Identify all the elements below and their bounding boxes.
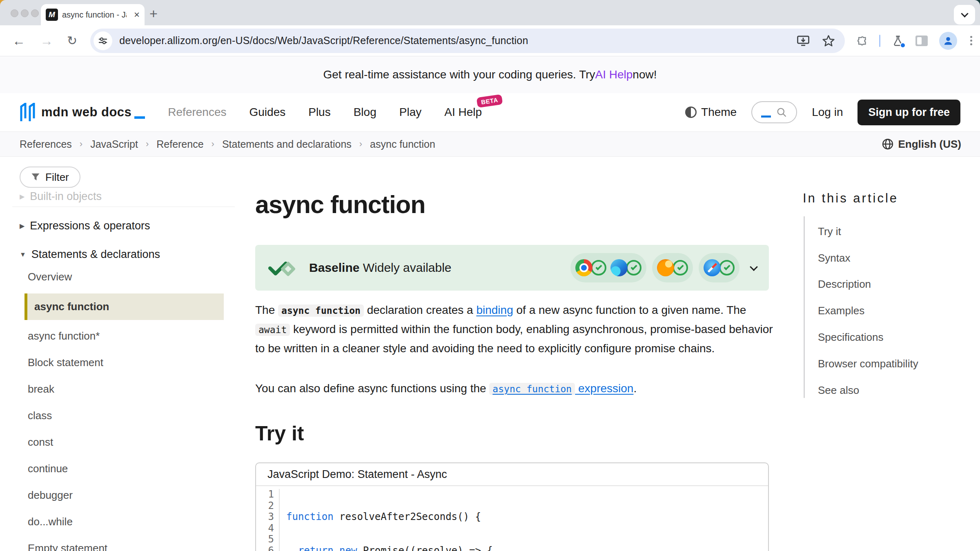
extensions-icon[interactable] bbox=[855, 35, 868, 47]
toc-see-also[interactable]: See also bbox=[818, 384, 859, 397]
sidebar-item-debugger[interactable]: debugger bbox=[28, 489, 73, 502]
login-link[interactable]: Log in bbox=[812, 106, 843, 119]
theme-icon bbox=[685, 107, 697, 118]
crumb-javascript[interactable]: JavaScript bbox=[90, 138, 138, 150]
chromium-support-pill[interactable] bbox=[570, 253, 646, 282]
sidebar-item-class[interactable]: class bbox=[28, 409, 52, 422]
baseline-icon bbox=[267, 257, 299, 278]
site-header: mdn web docs References Guides Plus Blog… bbox=[0, 93, 980, 131]
beta-badge: BETA bbox=[477, 94, 503, 108]
baseline-banner: Baseline Widely available bbox=[255, 245, 769, 291]
chrome-icon bbox=[575, 259, 592, 276]
window-zoom-button[interactable] bbox=[31, 9, 39, 17]
mdn-logo[interactable]: mdn web docs bbox=[20, 103, 145, 122]
code-editor-area[interactable]: function resolveAfter2Seconds() { return… bbox=[280, 489, 493, 551]
window-minimize-button[interactable] bbox=[21, 9, 29, 17]
ai-help-link[interactable]: AI Help bbox=[595, 68, 633, 81]
check-icon bbox=[673, 260, 688, 276]
baseline-status: Baseline Widely available bbox=[309, 261, 452, 275]
sidebar-section-statements[interactable]: ▼ Statements & declarations bbox=[20, 248, 160, 261]
nav-plus[interactable]: Plus bbox=[308, 106, 330, 119]
bookmark-star-icon[interactable] bbox=[822, 34, 835, 47]
tryit-heading: Try it bbox=[255, 422, 304, 445]
sidebar-item-block-statement[interactable]: Block statement bbox=[28, 356, 103, 369]
back-button[interactable]: ← bbox=[12, 34, 25, 47]
sidebar-item-overview[interactable]: Overview bbox=[28, 271, 72, 283]
promo-text-after: now! bbox=[633, 68, 657, 81]
profile-avatar[interactable] bbox=[939, 32, 957, 50]
language-switcher[interactable]: English (US) bbox=[882, 138, 961, 151]
text: You can also define async functions usin… bbox=[255, 382, 489, 395]
tab-search-button[interactable] bbox=[954, 5, 975, 24]
globe-icon bbox=[882, 138, 894, 150]
firefox-support-pill[interactable] bbox=[652, 253, 693, 282]
toc-try-it[interactable]: Try it bbox=[818, 225, 841, 238]
sidebar-item-async-function-star[interactable]: async function* bbox=[28, 330, 100, 342]
toc-browser-compatibility[interactable]: Browser compatibility bbox=[818, 358, 918, 370]
toc-examples[interactable]: Examples bbox=[818, 304, 864, 317]
browser-menu-button[interactable] bbox=[970, 36, 972, 45]
edge-icon bbox=[610, 259, 628, 276]
sidebar-item-continue[interactable]: continue bbox=[28, 462, 68, 475]
sidebar-item-async-function-active[interactable]: async function bbox=[24, 293, 224, 320]
filter-label: Filter bbox=[45, 171, 69, 184]
url-text[interactable]: developer.allizom.org/en-US/docs/Web/Jav… bbox=[119, 35, 528, 47]
sidebar-section-expressions[interactable]: ▶ Expressions & operators bbox=[20, 220, 150, 232]
side-panel-icon[interactable] bbox=[915, 36, 928, 46]
tab-title: async function - JavaScript | bbox=[62, 10, 127, 20]
forward-button[interactable]: → bbox=[40, 34, 53, 47]
collapsed-triangle-icon: ▶ bbox=[20, 193, 24, 200]
sidebar-section-builtin-objects[interactable]: ▶ Built-in objects bbox=[20, 190, 102, 203]
async-function-expression-code-link[interactable]: async function bbox=[489, 383, 575, 395]
crumb-separator: › bbox=[212, 139, 214, 149]
main-nav: References Guides Plus Blog Play AI Help… bbox=[168, 106, 482, 119]
expression-link[interactable]: expression bbox=[575, 382, 633, 395]
nav-guides[interactable]: Guides bbox=[249, 106, 286, 119]
text: The bbox=[255, 304, 278, 316]
text: keyword is permitted within the function… bbox=[255, 323, 773, 355]
nav-blog[interactable]: Blog bbox=[354, 106, 376, 119]
baseline-expand-chevron-icon[interactable] bbox=[750, 263, 758, 271]
baseline-availability: Widely available bbox=[363, 261, 452, 274]
crumb-references[interactable]: References bbox=[20, 138, 72, 150]
new-tab-button[interactable]: + bbox=[149, 7, 158, 20]
code-line: function resolveAfter2Seconds() { bbox=[286, 511, 493, 523]
address-bar[interactable]: developer.allizom.org/en-US/docs/Web/Jav… bbox=[90, 29, 845, 53]
tune-icon bbox=[98, 36, 108, 46]
crumb-reference[interactable]: Reference bbox=[156, 138, 203, 150]
toc-description[interactable]: Description bbox=[818, 278, 871, 291]
crumb-separator: › bbox=[146, 139, 149, 149]
sidebar-item-empty-statement[interactable]: Empty statement bbox=[28, 542, 107, 551]
search-caret bbox=[761, 116, 771, 118]
nav-references[interactable]: References bbox=[168, 106, 226, 119]
line-numbers: 1 2 3 4 5 6 bbox=[256, 489, 280, 551]
theme-label: Theme bbox=[701, 106, 737, 119]
tab-close-icon[interactable]: × bbox=[134, 10, 140, 20]
toc-syntax[interactable]: Syntax bbox=[818, 252, 851, 264]
nav-ai-help-label: AI Help bbox=[444, 106, 482, 118]
sidebar-item-do-while[interactable]: do...while bbox=[28, 515, 73, 528]
nav-ai-help[interactable]: AI Help BETA bbox=[444, 106, 482, 119]
expression-paragraph: You can also define async functions usin… bbox=[255, 379, 773, 398]
crumb-current: async function bbox=[370, 138, 435, 150]
check-icon bbox=[591, 260, 606, 276]
experiments-flask-icon[interactable] bbox=[892, 35, 904, 47]
window-close-button[interactable] bbox=[11, 9, 18, 17]
toc-specifications[interactable]: Specifications bbox=[818, 331, 883, 344]
text: . bbox=[633, 382, 637, 395]
signup-button[interactable]: Sign up for free bbox=[858, 100, 960, 125]
sidebar-item-break[interactable]: break bbox=[28, 383, 54, 395]
install-icon[interactable] bbox=[797, 35, 810, 47]
sidebar-filter-button[interactable]: Filter bbox=[20, 167, 80, 188]
nav-play[interactable]: Play bbox=[399, 106, 421, 119]
safari-support-pill[interactable] bbox=[699, 253, 739, 282]
browser-tab[interactable]: M async function - JavaScript | × bbox=[41, 4, 145, 25]
sidebar-item-const[interactable]: const bbox=[28, 436, 53, 449]
site-info-button[interactable] bbox=[94, 31, 112, 50]
search-input[interactable] bbox=[751, 101, 797, 123]
reload-button[interactable]: ↻ bbox=[67, 35, 77, 47]
demo-title: JavaScript Demo: Statement - Async bbox=[256, 463, 768, 486]
theme-toggle[interactable]: Theme bbox=[685, 106, 737, 119]
crumb-statements[interactable]: Statements and declarations bbox=[222, 138, 352, 150]
binding-link[interactable]: binding bbox=[476, 304, 513, 316]
